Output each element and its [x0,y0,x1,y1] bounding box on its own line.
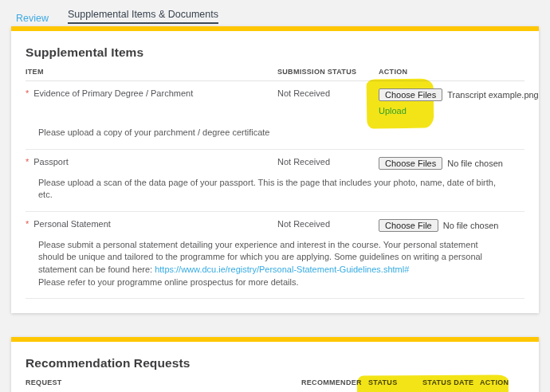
required-asterisk: * [26,157,29,167]
item-name: *Passport [26,157,277,167]
submission-status: Not Received [277,219,379,229]
choose-file-button[interactable]: Choose File [379,219,438,232]
supplemental-table-header: ITEM SUBMISSION STATUS ACTION [26,68,524,81]
recommendation-requests-card: Recommendation Requests REQUEST RECOMMEN… [11,337,539,392]
recommendation-table-header: REQUEST RECOMMENDER STATUS STATUS DATE A… [26,378,524,391]
selected-file-name: No file chosen [443,221,499,230]
supplemental-items-table: ITEM SUBMISSION STATUS ACTION *Evidence … [11,68,539,299]
action-cell: Choose Files Transcript example.png Uplo… [379,88,539,116]
table-row: *Personal Statement Not Received Choose … [26,212,524,299]
table-row: *Evidence of Primary Degree / Parchment … [26,81,524,150]
recommendation-requests-title: Recommendation Requests [26,356,524,370]
selected-file-name: Transcript example.png [447,90,539,100]
table-row: *Passport Not Received Choose Files No f… [26,150,524,212]
supplemental-items-card: Supplemental Items ITEM SUBMISSION STATU… [11,26,539,313]
action-cell: Choose File No file chosen [379,219,524,232]
item-description: Please submit a personal statement detai… [26,239,504,288]
recommendation-requests-table: REQUEST RECOMMENDER STATUS STATUS DATE A… [11,378,539,392]
submission-status: Not Received [277,157,379,167]
tab-supplemental-items-documents[interactable]: Supplemental Items & Documents [68,9,218,24]
upload-link[interactable]: Upload [379,106,407,116]
col-header-submission-status: SUBMISSION STATUS [277,68,379,76]
col-header-action: ACTION [379,68,524,76]
selected-file-name: No file chosen [447,159,503,168]
col-header-status: STATUS [368,378,422,386]
required-asterisk: * [26,219,29,229]
required-asterisk: * [26,88,29,98]
choose-files-button[interactable]: Choose Files [379,157,442,170]
col-header-action: ACTION [480,378,524,386]
tab-review[interactable]: Review [16,13,49,24]
supplemental-items-title: Supplemental Items [26,45,524,60]
item-name: *Personal Statement [26,219,277,229]
action-cell: Choose Files No file chosen [379,157,524,170]
item-description: Please upload a scan of the data page of… [26,177,504,202]
col-header-request: REQUEST [26,378,301,386]
col-header-item: ITEM [26,68,277,76]
item-name: *Evidence of Primary Degree / Parchment [26,88,277,98]
personal-statement-guidelines-link[interactable]: https://www.dcu.ie/registry/Personal-Sta… [155,265,409,274]
col-header-status-date: STATUS DATE [422,378,480,386]
item-description: Please upload a copy of your parchment /… [26,127,504,139]
tab-bar: Review Supplemental Items & Documents [0,0,550,24]
choose-files-button[interactable]: Choose Files [379,88,442,101]
submission-status: Not Received [277,88,379,98]
col-header-recommender: RECOMMENDER [301,378,368,386]
